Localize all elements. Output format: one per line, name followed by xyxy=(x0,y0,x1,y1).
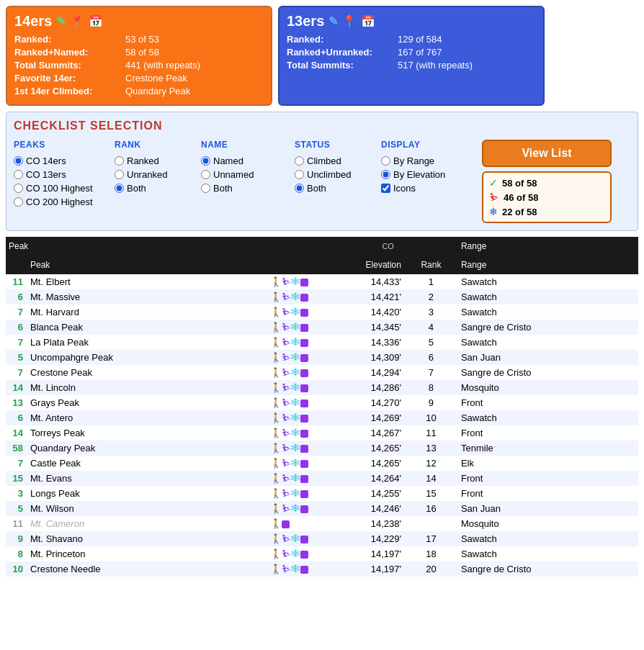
peak-rank: 3 xyxy=(404,304,458,320)
peak-elevation: 14,265' xyxy=(318,456,404,471)
summit-box-icon xyxy=(300,475,308,483)
name-unnamed-input[interactable] xyxy=(201,170,210,179)
ski-icon: ⛷ xyxy=(282,397,291,408)
peak-elevation: 14,270' xyxy=(318,395,404,410)
peak-rank: 10 xyxy=(404,410,458,425)
ski-icon: ⛷ xyxy=(282,488,291,499)
table-row: 14 Mt. Lincoln 🚶⛷❄ 14,286' 8 Mosquito xyxy=(6,380,638,395)
ski-icon: ⛷ xyxy=(282,443,291,453)
hiker-icon: 🚶 xyxy=(270,412,282,423)
status-unclimbed-radio[interactable]: Unclimbed xyxy=(295,169,381,180)
hiker-icon: 🚶 xyxy=(270,549,282,559)
status-unclimbed-input[interactable] xyxy=(295,170,304,179)
table-row: 58 Quandary Peak 🚶⛷❄ 14,265' 13 Tenmile xyxy=(6,441,638,456)
peak-icons: 🚶⛷❄ xyxy=(267,395,318,410)
peak-name: Mt. Shavano xyxy=(27,531,267,546)
table-row: 14 Torreys Peak 🚶⛷❄ 14,267' 11 Front xyxy=(6,425,638,441)
rank-ranked-radio[interactable]: Ranked xyxy=(115,155,201,166)
peak-13ers-radio[interactable]: CO 13ers xyxy=(14,169,115,180)
peak-100-radio[interactable]: CO 100 Highest xyxy=(14,183,115,194)
display-column: DISPLAY By Range By Elevation Icons xyxy=(381,140,482,194)
peak-icons: 🚶⛷❄ xyxy=(267,274,318,289)
peak-name: Blanca Peak xyxy=(27,320,267,335)
peak-elevation: 14,238' xyxy=(318,516,404,531)
status-climbed-input[interactable] xyxy=(295,156,304,166)
name-named-input[interactable] xyxy=(201,156,210,166)
peak-rank xyxy=(404,516,458,531)
peak-200-radio[interactable]: CO 200 Highest xyxy=(14,197,115,207)
peak-rank: 2 xyxy=(404,289,458,304)
rank-unranked-input[interactable] xyxy=(115,170,124,179)
status-both-radio[interactable]: Both xyxy=(295,183,381,194)
peak-range: Mosquito xyxy=(458,380,638,395)
snowflake-icon: ❄ xyxy=(291,292,300,302)
peak-elevation: 14,265' xyxy=(318,441,404,456)
card-14ers-title: 14ers xyxy=(14,13,52,30)
peak-icons: 🚶⛷❄ xyxy=(267,410,318,425)
peak-rank: 18 xyxy=(404,546,458,561)
peak-range: Mosquito xyxy=(458,516,638,531)
peak-elevation: 14,267' xyxy=(318,425,404,441)
icons-checkbox[interactable]: Icons xyxy=(381,183,482,194)
peak-rank: 13 xyxy=(404,441,458,456)
ski-icon: ⛷ xyxy=(282,307,291,317)
peak-range: Front xyxy=(458,471,638,486)
table-row: 6 Blanca Peak 🚶⛷❄ 14,345' 4 Sangre de Cr… xyxy=(6,320,638,335)
snowflake-icon: ❄ xyxy=(489,206,498,217)
peak-icons: 🚶⛷❄ xyxy=(267,320,318,335)
rank-unranked-radio[interactable]: Unranked xyxy=(115,169,201,180)
view-list-button[interactable]: View List xyxy=(482,140,612,167)
display-elevation-input[interactable] xyxy=(381,170,390,179)
peak-name: Mt. Massive xyxy=(27,289,267,304)
range-header: Range xyxy=(458,256,638,274)
peak-icons: 🚶⛷❄ xyxy=(267,486,318,501)
peak-range: Sawatch xyxy=(458,289,638,304)
peak-range: Sangre de Cristo xyxy=(458,561,638,577)
snowflake-icon: ❄ xyxy=(291,533,300,544)
name-unnamed-radio[interactable]: Unnamed xyxy=(201,169,295,180)
rank-header: RANK xyxy=(115,140,201,150)
rank-both-radio[interactable]: Both xyxy=(115,183,201,194)
card-13ers-title: 13ers xyxy=(287,13,324,30)
summit-box-icon xyxy=(300,354,308,362)
peak-14ers-radio[interactable]: CO 14ers xyxy=(14,155,115,166)
summit-box-icon xyxy=(300,566,308,574)
display-range-radio[interactable]: By Range xyxy=(381,155,482,166)
ski-icon: ⛷ xyxy=(282,549,291,559)
name-both-radio[interactable]: Both xyxy=(201,183,295,194)
peak-13ers-input[interactable] xyxy=(14,170,23,179)
snowflake-icon: ❄ xyxy=(291,458,300,469)
status-climbed-radio[interactable]: Climbed xyxy=(295,155,381,166)
peak-range: Front xyxy=(458,486,638,501)
peak-num: 11 xyxy=(6,274,27,289)
peak-name: Torreys Peak xyxy=(27,425,267,441)
peak-100-input[interactable] xyxy=(14,184,23,193)
ski-icon: ⛷ xyxy=(282,352,291,363)
favorite-value: Crestone Peak xyxy=(125,73,187,83)
peak-num: 14 xyxy=(6,425,27,441)
peak-num: 7 xyxy=(6,365,27,380)
calendar-icon-blue: 📅 xyxy=(361,14,375,28)
checklist-title: CHECKLIST SELECTION xyxy=(14,119,630,132)
rank-both-input[interactable] xyxy=(115,184,124,193)
peak-icons: 🚶⛷❄ xyxy=(267,380,318,395)
peak-200-input[interactable] xyxy=(14,197,23,207)
summit-box-icon xyxy=(300,309,308,317)
summit-box-icon xyxy=(300,294,308,302)
peak-num: 11 xyxy=(6,516,27,531)
peak-num: 6 xyxy=(6,410,27,425)
name-named-radio[interactable]: Named xyxy=(201,155,295,166)
name-both-input[interactable] xyxy=(201,184,210,193)
summit-box-icon xyxy=(300,369,308,377)
ski-icon: ⛷ xyxy=(282,473,291,484)
summit-box-icon xyxy=(300,490,308,498)
display-range-input[interactable] xyxy=(381,156,390,166)
status-both-input[interactable] xyxy=(295,184,304,193)
table-row: 7 La Plata Peak 🚶⛷❄ 14,336' 5 Sawatch xyxy=(6,335,638,350)
icons-input[interactable] xyxy=(381,184,390,193)
ranked-value-13: 129 of 584 xyxy=(398,34,442,45)
display-elevation-radio[interactable]: By Elevation xyxy=(381,169,482,180)
peak-14ers-input[interactable] xyxy=(14,156,23,166)
peak-range: Sangre de Cristo xyxy=(458,365,638,380)
rank-ranked-input[interactable] xyxy=(115,156,124,166)
